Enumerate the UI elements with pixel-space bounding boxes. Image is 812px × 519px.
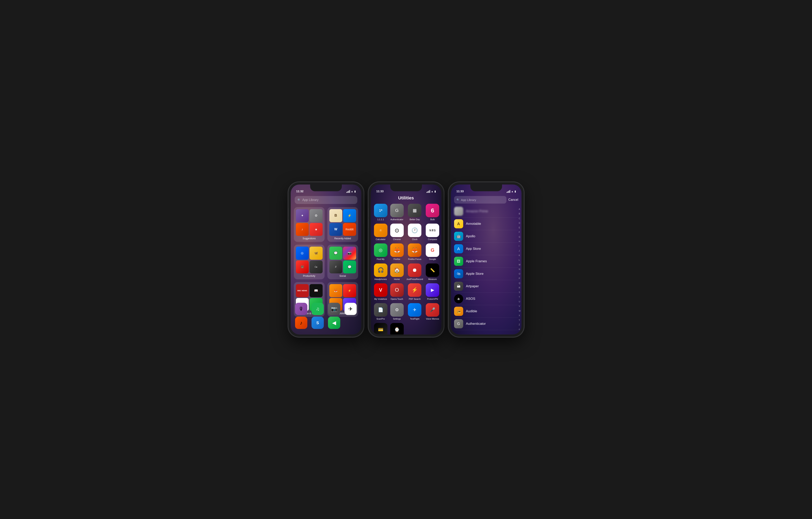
app-safari[interactable]: ◎	[296, 247, 309, 260]
alpha-S[interactable]: S	[519, 292, 521, 294]
app-calculator[interactable]: = Calculator	[374, 224, 387, 241]
folder-suggestions[interactable]: ✦ ⚙ ♪ ★ Suggestions	[294, 207, 325, 242]
alpha-X[interactable]: X	[519, 315, 521, 317]
alphabet-index[interactable]: A B C D E F G H I J K L M N O P Q R S T	[519, 208, 521, 330]
list-item-asos[interactable]: a ASOS	[454, 293, 518, 305]
alpha-K[interactable]: K	[519, 254, 521, 256]
app-voicememos-util[interactable]: 🎤 Voice Memos	[426, 303, 439, 320]
app-scanpro-util[interactable]: 📄 ScanPro	[374, 303, 387, 320]
alpha-A[interactable]: A	[519, 208, 521, 210]
app-watch-util[interactable]: ⌚ Watch	[390, 323, 404, 334]
app-google-util[interactable]: G Google	[426, 243, 439, 261]
app-reeder2[interactable]: ⚡	[343, 284, 356, 297]
alpha-D[interactable]: D	[519, 222, 521, 224]
app-word[interactable]: W	[329, 223, 343, 236]
alpha-hash[interactable]: #	[519, 329, 521, 330]
list-item-artpaper[interactable]: 🏔 Artpaper	[454, 280, 518, 293]
app-soundcloud[interactable]: ♪	[296, 223, 309, 236]
app-compass[interactable]: N⬆S Compass	[426, 224, 439, 241]
folder-social[interactable]: 💬 📷 // 💬 Social	[327, 245, 358, 279]
dock-testflight[interactable]: ✈	[343, 303, 358, 315]
alpha-Z[interactable]: Z	[519, 324, 521, 326]
app-bbcnews[interactable]: BBC NEWS	[296, 284, 309, 297]
app-misc1[interactable]: C●	[310, 261, 323, 274]
alpha-B[interactable]: B	[519, 213, 521, 215]
icon-1111: 1⁴	[374, 204, 387, 217]
app-protonvpn-util[interactable]: ▶ ProtonVPN	[426, 283, 439, 300]
alpha-F[interactable]: F	[519, 231, 521, 233]
app-clock[interactable]: 🕐 Clock	[406, 224, 423, 241]
app-shortcuts[interactable]: ✦	[296, 209, 309, 222]
app-firefoxfocus-util[interactable]: 🦊 Firefox Focus	[406, 243, 423, 261]
list-item-apollo[interactable]: 🤖 Apollo	[454, 230, 518, 243]
label-audible: Audible	[466, 309, 477, 313]
list-item-audible[interactable]: 📻 Audible	[454, 305, 518, 318]
app-instagram[interactable]: 📷	[343, 247, 356, 260]
search-bar-1[interactable]: 🔍 App Library	[295, 196, 357, 204]
app-notchcut[interactable]: //	[329, 261, 343, 274]
alpha-L[interactable]: L	[519, 259, 521, 261]
app-settings-util[interactable]: ⚙ Settings	[390, 303, 404, 320]
app-findmy[interactable]: ◎ Find My	[374, 243, 387, 261]
app-betterday[interactable]: ▦ Better Day	[406, 204, 423, 221]
app-measure-util[interactable]: 📏 Measure	[426, 264, 439, 280]
list-item-appleframes[interactable]: 🖼 Apple Frames	[454, 255, 518, 268]
folder-recently-added[interactable]: B ⚡ W Reddit Recently Added	[327, 207, 358, 242]
app-pdfsearch-util[interactable]: ⚡ PDF Search	[406, 283, 423, 300]
alpha-Q[interactable]: Q	[519, 282, 521, 284]
alpha-E[interactable]: E	[519, 227, 521, 229]
dock-copilot[interactable]: ◀	[327, 317, 342, 329]
app-reddit-icon[interactable]: Reddit	[343, 223, 356, 236]
list-item-annotable[interactable]: A Annotable	[454, 218, 518, 230]
alpha-R[interactable]: R	[519, 287, 521, 289]
dock-camera[interactable]: 📷	[327, 303, 342, 315]
alpha-G[interactable]: G	[519, 236, 521, 238]
app-reeder[interactable]: ★	[310, 223, 323, 236]
dock-soundcloud2[interactable]: ♪	[294, 317, 309, 329]
alpha-I[interactable]: I	[519, 245, 521, 247]
app-messages[interactable]: 💬	[329, 247, 343, 260]
alpha-M[interactable]: M	[519, 264, 521, 266]
alpha-N[interactable]: N	[519, 268, 521, 270]
list-item-appstore[interactable]: A App Store	[454, 243, 518, 255]
app-authenticator[interactable]: G Authenticator	[390, 204, 404, 221]
app-settings[interactable]: ⚙	[310, 209, 323, 222]
alpha-Y[interactable]: Y	[519, 319, 521, 321]
alpha-T[interactable]: T	[519, 296, 521, 298]
alpha-H[interactable]: H	[519, 241, 521, 243]
app-firefox-util[interactable]: 🦊 Firefox	[390, 243, 404, 261]
dock-podcasts[interactable]: 🎙	[294, 303, 309, 315]
search-input-3[interactable]: 🔍 App Library	[454, 196, 506, 203]
app-jpr-util[interactable]: ⏺ JustPressRecord	[406, 264, 423, 280]
app-bear2[interactable]: 🐻	[296, 261, 309, 274]
list-item-amazon[interactable]: Amazon Prime	[454, 205, 518, 218]
alpha-C[interactable]: C	[519, 218, 521, 220]
cancel-button[interactable]: Cancel	[509, 198, 518, 201]
app-1111[interactable]: 1⁴ 1.1.1.1	[374, 204, 387, 221]
alpha-W[interactable]: W	[519, 310, 521, 312]
app-wechat[interactable]: 💬	[343, 261, 356, 274]
app-wallet-util[interactable]: 💳 Wallet	[374, 323, 387, 334]
app-myvodafone-util[interactable]: V My Vodafone	[374, 283, 387, 300]
dock-scribd[interactable]: S	[310, 317, 325, 329]
app-bulb[interactable]: 6 Bulb	[426, 204, 439, 221]
app-bear[interactable]: B	[329, 209, 343, 222]
app-operatouch-util[interactable]: O Opera Touch	[390, 283, 404, 300]
alpha-O[interactable]: O	[519, 273, 521, 275]
app-kindle[interactable]: 📖	[310, 284, 323, 297]
app-testflight-util[interactable]: ✈ TestFlight	[406, 303, 423, 320]
dock-spotify[interactable]: ♫	[310, 303, 325, 315]
app-messenger[interactable]: ⚡	[343, 209, 356, 222]
alpha-J[interactable]: J	[519, 250, 521, 252]
app-home-util[interactable]: 🏠 Home	[390, 264, 404, 280]
app-headphones-util[interactable]: 🎧 Headphones	[374, 264, 387, 280]
app-chrome[interactable]: ⊙ Chrome	[390, 224, 404, 241]
folder-productivity[interactable]: ◎ 🦋 🐻 C● Productivity	[294, 245, 325, 279]
alpha-P[interactable]: P	[519, 278, 521, 279]
app-tes[interactable]: 🦋	[310, 247, 323, 260]
app-firefox3[interactable]: 🦊	[329, 284, 343, 297]
alpha-U[interactable]: U	[519, 301, 521, 303]
list-item-applestore[interactable]: 🛍 Apple Store	[454, 268, 518, 280]
list-item-authenticator-list[interactable]: G Authenticator	[454, 318, 518, 330]
alpha-V[interactable]: V	[519, 305, 521, 307]
